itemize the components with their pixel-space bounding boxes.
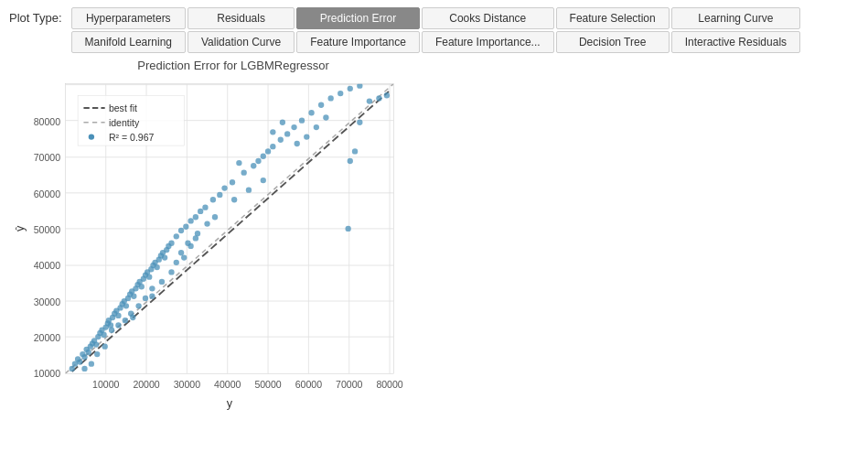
svg-point-132 (348, 158, 353, 164)
svg-point-117 (109, 328, 114, 333)
svg-point-95 (270, 144, 275, 149)
svg-point-111 (346, 226, 351, 232)
svg-point-25 (81, 354, 87, 360)
chart-area: Prediction Error for LGBMRegressor (9, 59, 421, 425)
svg-point-80 (221, 185, 227, 190)
svg-point-23 (77, 359, 82, 364)
chart-title: Prediction Error for LGBMRegressor (46, 59, 421, 72)
main-content: Prediction Error for LGBMRegressor (0, 59, 868, 425)
btn-prediction-error[interactable]: Prediction Error (296, 7, 420, 29)
chart-svg: 10000 20000 30000 40000 50000 60000 7000… (9, 74, 421, 422)
btn-feature-importance2[interactable]: Feature Importance... (422, 31, 554, 53)
svg-text:40000: 40000 (214, 379, 241, 390)
svg-point-123 (149, 285, 155, 291)
btn-feature-selection[interactable]: Feature Selection (556, 7, 670, 29)
svg-point-74 (188, 218, 193, 223)
svg-text:y: y (227, 397, 233, 410)
plot-type-label: Plot Type: (9, 7, 62, 25)
svg-text:40000: 40000 (34, 260, 60, 271)
top-bar: Plot Type: Hyperparameters Residuals Pre… (0, 0, 868, 55)
svg-point-125 (295, 141, 300, 146)
svg-text:10000: 10000 (92, 379, 119, 390)
svg-text:50000: 50000 (34, 224, 60, 235)
svg-point-162 (89, 134, 94, 139)
svg-text:80000: 80000 (376, 379, 402, 390)
svg-text:20000: 20000 (133, 379, 159, 390)
svg-point-120 (128, 311, 134, 317)
svg-point-115 (185, 241, 190, 246)
btn-hyperparameters[interactable]: Hyperparameters (71, 7, 186, 29)
svg-text:ŷ: ŷ (14, 225, 27, 232)
svg-point-20 (70, 366, 75, 371)
svg-point-116 (193, 235, 198, 241)
svg-point-114 (181, 254, 187, 260)
svg-point-93 (261, 154, 266, 159)
svg-point-131 (384, 92, 390, 98)
svg-point-94 (265, 148, 271, 154)
svg-text:50000: 50000 (254, 379, 281, 390)
svg-point-97 (284, 131, 290, 136)
svg-point-124 (236, 160, 241, 166)
svg-point-135 (81, 366, 87, 371)
svg-point-75 (193, 214, 198, 220)
svg-point-130 (376, 95, 381, 101)
svg-point-31 (93, 341, 99, 347)
btn-feature-importance[interactable]: Feature Importance (296, 31, 420, 53)
chart-container: 10000 20000 30000 40000 50000 60000 7000… (9, 74, 421, 422)
svg-text:60000: 60000 (295, 379, 322, 390)
btn-learning-curve[interactable]: Learning Curve (671, 7, 800, 29)
svg-point-81 (230, 179, 235, 185)
btn-residuals[interactable]: Residuals (188, 7, 295, 29)
svg-point-127 (314, 124, 319, 130)
svg-point-70 (168, 241, 174, 246)
svg-point-102 (328, 95, 334, 101)
svg-text:R² = 0.967: R² = 0.967 (109, 132, 155, 143)
buttons-grid: Hyperparameters Residuals Prediction Err… (71, 7, 800, 55)
svg-point-100 (308, 110, 314, 115)
svg-text:10000: 10000 (34, 368, 60, 379)
svg-point-138 (102, 344, 108, 350)
svg-text:30000: 30000 (174, 379, 200, 390)
svg-point-113 (174, 260, 179, 265)
svg-point-137 (94, 351, 100, 357)
svg-point-110 (280, 120, 285, 125)
svg-point-96 (278, 137, 284, 143)
btn-manifold-learning[interactable]: Manifold Learning (71, 31, 186, 53)
svg-point-119 (123, 318, 128, 323)
svg-text:70000: 70000 (336, 379, 362, 390)
svg-point-39 (108, 322, 113, 328)
svg-text:20000: 20000 (34, 332, 60, 343)
svg-text:best fit: best fit (109, 102, 137, 113)
btn-cooks-distance[interactable]: Cooks Distance (422, 7, 554, 29)
svg-point-103 (338, 91, 343, 96)
svg-point-101 (318, 102, 324, 108)
svg-point-27 (86, 350, 91, 355)
svg-text:identity: identity (109, 117, 140, 128)
svg-point-43 (115, 313, 121, 318)
svg-text:60000: 60000 (34, 188, 60, 199)
svg-point-83 (159, 279, 165, 285)
svg-point-73 (183, 224, 188, 230)
btn-decision-tree[interactable]: Decision Tree (556, 31, 670, 53)
svg-point-59 (146, 275, 152, 280)
btn-validation-curve[interactable]: Validation Curve (188, 31, 295, 53)
svg-point-122 (143, 296, 148, 301)
svg-point-88 (204, 221, 209, 226)
btn-interactive-residuals[interactable]: Interactive Residuals (671, 31, 800, 53)
svg-point-98 (291, 124, 296, 130)
svg-point-128 (323, 114, 328, 120)
svg-text:70000: 70000 (34, 152, 60, 163)
svg-point-136 (89, 361, 94, 367)
svg-point-85 (178, 250, 184, 255)
svg-point-78 (210, 197, 216, 202)
svg-point-134 (357, 120, 362, 125)
svg-point-133 (352, 148, 358, 154)
svg-point-99 (299, 118, 305, 124)
svg-point-35 (101, 332, 106, 338)
svg-point-51 (131, 294, 136, 299)
svg-point-121 (135, 303, 141, 308)
svg-point-112 (168, 269, 174, 275)
svg-point-82 (149, 294, 155, 299)
svg-point-126 (304, 134, 309, 139)
svg-point-89 (212, 214, 218, 220)
